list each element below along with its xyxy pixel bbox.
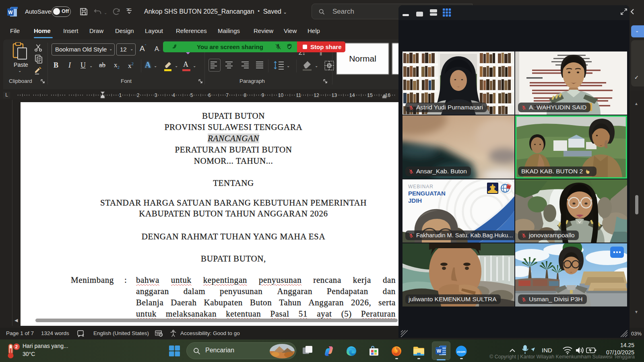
svg-text:2: 2 xyxy=(137,93,140,98)
svg-text:13: 13 xyxy=(332,93,337,98)
svg-text:11: 11 xyxy=(296,93,301,98)
svg-text:12: 12 xyxy=(314,93,319,98)
svg-text:14: 14 xyxy=(349,93,355,98)
svg-text:9: 9 xyxy=(262,93,264,98)
svg-text:2: 2 xyxy=(15,344,18,349)
svg-text:4: 4 xyxy=(172,93,175,98)
svg-text:JDIH: JDIH xyxy=(408,197,422,204)
svg-text:7: 7 xyxy=(226,93,229,98)
svg-text:W: W xyxy=(437,348,442,354)
svg-text:1: 1 xyxy=(119,93,122,98)
svg-text:3: 3 xyxy=(155,93,157,98)
svg-text:zoom: zoom xyxy=(457,350,466,354)
svg-text:W: W xyxy=(8,10,13,15)
svg-text:WEBINAR: WEBINAR xyxy=(408,184,433,189)
svg-text:PENGUATAN: PENGUATAN xyxy=(408,190,446,197)
svg-text:15: 15 xyxy=(367,93,373,98)
svg-text:8: 8 xyxy=(244,93,247,98)
svg-text:10: 10 xyxy=(278,93,284,98)
svg-text:6: 6 xyxy=(208,93,211,98)
svg-text:5: 5 xyxy=(190,93,193,98)
